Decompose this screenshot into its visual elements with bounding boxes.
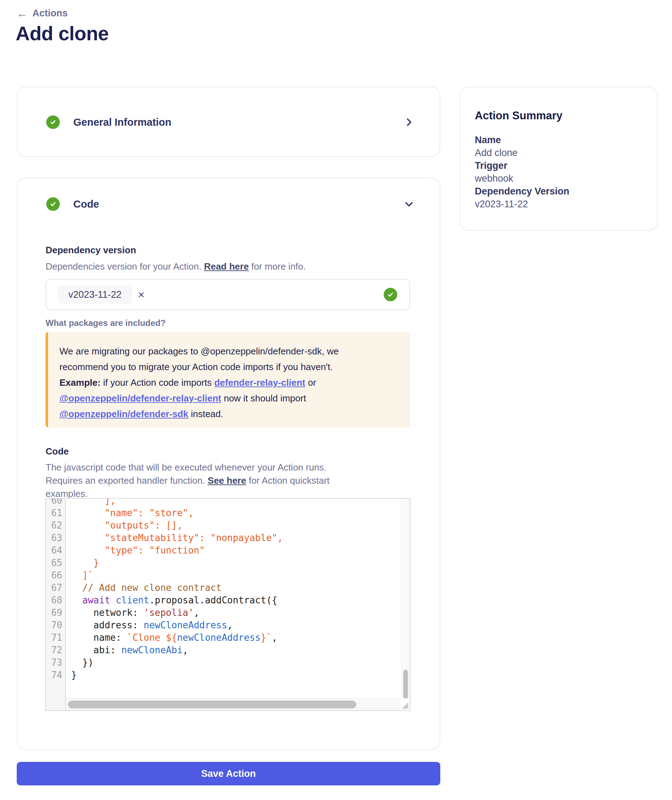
code-description: The javascript code that will be execute… bbox=[46, 461, 330, 500]
valid-check-icon bbox=[384, 288, 397, 301]
code-label: Code bbox=[46, 446, 69, 457]
section-title-code: Code bbox=[73, 199, 99, 210]
code-editor-gutter: 606162636465666768697071727374 bbox=[46, 499, 66, 710]
save-action-button[interactable]: Save Action bbox=[17, 762, 440, 786]
dependency-version-tag-value: v2023-11-22 bbox=[68, 289, 122, 300]
horizontal-scrollbar bbox=[66, 698, 400, 710]
general-information-header[interactable]: General Information bbox=[18, 115, 440, 129]
migration-note: We are migrating our packages to @openze… bbox=[46, 332, 410, 427]
code-section-header[interactable]: Code bbox=[18, 197, 440, 211]
summary-dependency-label: Dependency Version bbox=[475, 185, 570, 198]
summary-trigger-label: Trigger bbox=[475, 159, 570, 172]
vertical-scrollbar bbox=[401, 499, 410, 698]
breadcrumb-label: Actions bbox=[32, 8, 68, 19]
summary-name-value: Add clone bbox=[475, 146, 570, 159]
resize-handle-icon[interactable] bbox=[400, 698, 410, 710]
back-arrow-icon: ← bbox=[17, 8, 27, 19]
dependency-version-label: Dependency version bbox=[46, 245, 136, 256]
breadcrumb-back-actions[interactable]: ← Actions bbox=[17, 8, 68, 19]
code-editor-content[interactable]: ], "name": "store", "outputs": [], "stat… bbox=[67, 499, 401, 698]
section-title-general: General Information bbox=[73, 117, 171, 128]
packages-included-label: What packages are included? bbox=[46, 318, 165, 328]
summary-trigger-value: webhook bbox=[475, 172, 570, 185]
chevron-down-icon[interactable] bbox=[403, 199, 414, 210]
dependency-version-input[interactable]: v2023-11-22 × bbox=[46, 279, 410, 310]
code-editor: 606162636465666768697071727374 ], "name"… bbox=[45, 498, 410, 711]
success-check-icon bbox=[46, 115, 60, 129]
action-summary-card: Action Summary Name Add clone Trigger we… bbox=[460, 87, 658, 231]
page-root: ← Actions Add clone General Information … bbox=[0, 0, 672, 800]
page-title: Add clone bbox=[16, 22, 109, 45]
summary-name-label: Name bbox=[475, 133, 570, 146]
horizontal-scrollbar-thumb[interactable] bbox=[68, 701, 356, 709]
action-summary-title: Action Summary bbox=[475, 109, 562, 122]
dependency-version-tag: v2023-11-22 bbox=[58, 285, 133, 304]
chevron-right-icon[interactable] bbox=[403, 117, 414, 128]
dependency-version-description: Dependencies version for your Action. Re… bbox=[46, 260, 306, 273]
summary-dependency-value: v2023-11-22 bbox=[475, 198, 570, 210]
action-summary-body: Name Add clone Trigger webhook Dependenc… bbox=[475, 133, 570, 210]
close-icon[interactable]: × bbox=[138, 289, 145, 300]
success-check-icon bbox=[46, 197, 60, 211]
general-information-card: General Information bbox=[17, 87, 440, 157]
